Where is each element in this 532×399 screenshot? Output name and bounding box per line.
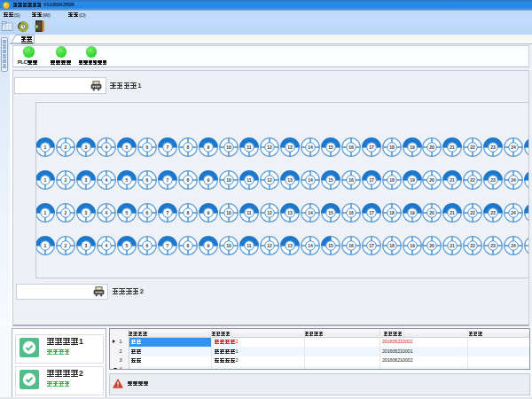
svg-text:18: 18	[389, 145, 395, 150]
svg-text:22: 22	[471, 210, 476, 215]
svg-text:4: 4	[106, 243, 108, 248]
svg-text:6: 6	[146, 177, 149, 183]
svg-text:13: 13	[287, 243, 293, 248]
svg-text:3: 3	[85, 210, 88, 215]
svg-text:22: 22	[471, 177, 476, 183]
svg-text:4: 4	[106, 210, 108, 215]
svg-text:17: 17	[369, 243, 374, 248]
svg-text:16: 16	[348, 210, 354, 215]
svg-text:15: 15	[328, 243, 333, 248]
svg-text:15: 15	[328, 177, 333, 183]
svg-text:9: 9	[207, 210, 210, 215]
svg-text:20: 20	[430, 243, 435, 248]
svg-text:1: 1	[44, 177, 47, 183]
svg-text:10: 10	[226, 210, 231, 215]
svg-text:21: 21	[450, 177, 456, 183]
svg-text:10: 10	[226, 243, 231, 248]
svg-text:19: 19	[410, 177, 415, 183]
svg-text:8: 8	[187, 177, 190, 183]
svg-text:3: 3	[85, 145, 88, 150]
svg-text:9: 9	[207, 243, 210, 248]
svg-text:6: 6	[146, 145, 149, 150]
svg-text:11: 11	[246, 210, 252, 215]
svg-text:14: 14	[308, 210, 313, 215]
svg-text:21: 21	[450, 210, 456, 215]
svg-text:14: 14	[308, 243, 313, 248]
svg-text:22: 22	[471, 145, 476, 150]
svg-text:24: 24	[511, 177, 516, 183]
svg-text:3: 3	[85, 177, 88, 183]
svg-text:7: 7	[167, 177, 169, 183]
svg-text:11: 11	[246, 177, 252, 183]
svg-text:1: 1	[44, 243, 47, 248]
svg-text:4: 4	[106, 177, 108, 183]
svg-text:7: 7	[167, 145, 169, 150]
svg-text:9: 9	[207, 145, 210, 150]
svg-text:18: 18	[389, 243, 395, 248]
svg-text:20: 20	[430, 177, 435, 183]
svg-text:8: 8	[187, 145, 190, 150]
svg-text:19: 19	[410, 243, 415, 248]
svg-text:21: 21	[450, 145, 456, 150]
svg-text:8: 8	[187, 243, 190, 248]
svg-text:12: 12	[267, 177, 272, 183]
svg-text:22: 22	[471, 243, 476, 248]
svg-text:14: 14	[308, 145, 313, 150]
svg-text:16: 16	[348, 145, 354, 150]
svg-text:17: 17	[369, 177, 374, 183]
svg-text:1: 1	[44, 145, 47, 150]
svg-text:12: 12	[267, 210, 272, 215]
svg-text:23: 23	[491, 145, 497, 150]
svg-text:13: 13	[287, 145, 293, 150]
svg-text:2: 2	[65, 210, 67, 215]
svg-text:24: 24	[511, 145, 516, 150]
svg-text:6: 6	[146, 210, 149, 215]
svg-text:19: 19	[410, 145, 415, 150]
svg-text:19: 19	[410, 210, 415, 215]
svg-text:20: 20	[430, 210, 435, 215]
svg-text:7: 7	[167, 243, 169, 248]
svg-text:1: 1	[44, 210, 47, 215]
svg-text:11: 11	[246, 243, 252, 248]
svg-text:24: 24	[511, 210, 516, 215]
svg-text:20: 20	[430, 145, 435, 150]
svg-text:5: 5	[126, 177, 129, 183]
svg-text:16: 16	[348, 177, 354, 183]
svg-text:10: 10	[226, 145, 231, 150]
svg-text:5: 5	[126, 145, 129, 150]
svg-text:9: 9	[207, 177, 210, 183]
svg-text:5: 5	[126, 243, 129, 248]
svg-text:10: 10	[226, 177, 231, 183]
svg-text:14: 14	[308, 177, 313, 183]
svg-text:2: 2	[65, 145, 67, 150]
svg-text:17: 17	[369, 145, 374, 150]
svg-text:3: 3	[85, 243, 88, 248]
svg-text:16: 16	[348, 243, 354, 248]
svg-text:8: 8	[187, 210, 190, 215]
svg-text:2: 2	[65, 243, 67, 248]
svg-text:23: 23	[491, 177, 497, 183]
svg-text:23: 23	[491, 243, 497, 248]
svg-text:7: 7	[167, 210, 169, 215]
svg-text:4: 4	[106, 145, 108, 150]
svg-text:13: 13	[287, 177, 293, 183]
svg-text:6: 6	[146, 243, 149, 248]
svg-text:11: 11	[246, 145, 252, 150]
svg-text:13: 13	[287, 210, 293, 215]
svg-text:18: 18	[389, 210, 395, 215]
svg-text:18: 18	[389, 177, 395, 183]
svg-text:5: 5	[126, 210, 129, 215]
svg-text:17: 17	[369, 210, 374, 215]
svg-text:23: 23	[491, 210, 497, 215]
svg-text:15: 15	[328, 145, 333, 150]
svg-text:2: 2	[65, 177, 67, 183]
svg-text:15: 15	[328, 210, 333, 215]
svg-text:12: 12	[267, 145, 272, 150]
svg-text:12: 12	[267, 243, 272, 248]
svg-text:21: 21	[450, 243, 456, 248]
svg-text:24: 24	[511, 243, 516, 248]
